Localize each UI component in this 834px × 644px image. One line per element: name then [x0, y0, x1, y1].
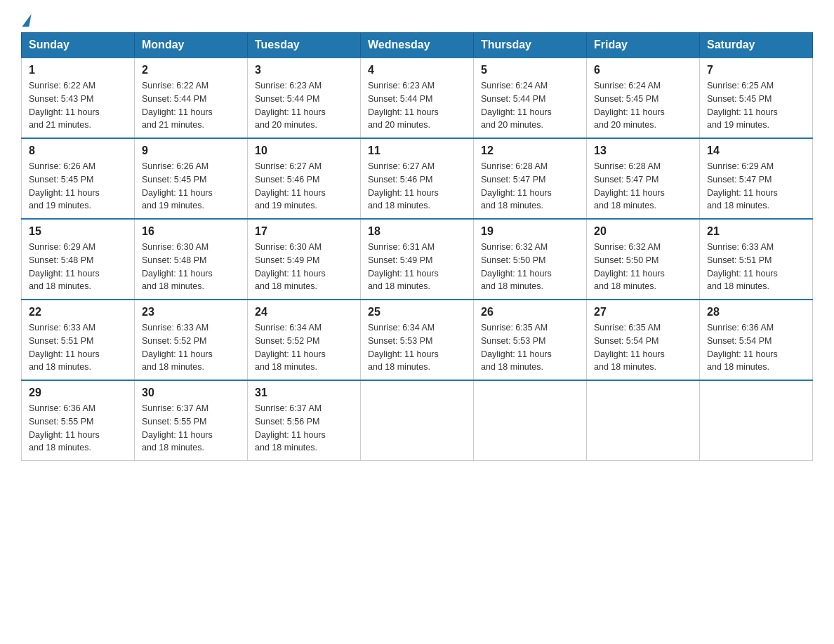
calendar-cell: [700, 380, 813, 461]
calendar-cell: 21 Sunrise: 6:33 AMSunset: 5:51 PMDaylig…: [700, 219, 813, 300]
day-info: Sunrise: 6:22 AMSunset: 5:43 PMDaylight:…: [29, 81, 100, 130]
day-info: Sunrise: 6:31 AMSunset: 5:49 PMDaylight:…: [368, 242, 439, 291]
calendar-cell: 28 Sunrise: 6:36 AMSunset: 5:54 PMDaylig…: [700, 300, 813, 380]
calendar-cell: [361, 380, 474, 461]
day-number: 31: [255, 387, 353, 399]
calendar-cell: 8 Sunrise: 6:26 AMSunset: 5:45 PMDayligh…: [22, 138, 135, 219]
calendar-table: SundayMondayTuesdayWednesdayThursdayFrid…: [21, 32, 813, 461]
calendar-cell: 7 Sunrise: 6:25 AMSunset: 5:45 PMDayligh…: [700, 58, 813, 138]
day-info: Sunrise: 6:36 AMSunset: 5:55 PMDaylight:…: [29, 403, 100, 452]
col-header-thursday: Thursday: [474, 33, 587, 58]
day-info: Sunrise: 6:36 AMSunset: 5:54 PMDaylight:…: [707, 323, 778, 372]
calendar-cell: 13 Sunrise: 6:28 AMSunset: 5:47 PMDaylig…: [587, 138, 700, 219]
day-info: Sunrise: 6:33 AMSunset: 5:51 PMDaylight:…: [707, 242, 778, 291]
calendar-cell: 29 Sunrise: 6:36 AMSunset: 5:55 PMDaylig…: [22, 380, 135, 461]
calendar-cell: 2 Sunrise: 6:22 AMSunset: 5:44 PMDayligh…: [135, 58, 248, 138]
logo: [21, 14, 30, 25]
col-header-tuesday: Tuesday: [248, 33, 361, 58]
day-number: 29: [29, 387, 127, 399]
day-info: Sunrise: 6:24 AMSunset: 5:44 PMDaylight:…: [481, 81, 552, 130]
calendar-cell: 24 Sunrise: 6:34 AMSunset: 5:52 PMDaylig…: [248, 300, 361, 380]
day-info: Sunrise: 6:34 AMSunset: 5:53 PMDaylight:…: [368, 323, 439, 372]
day-number: 18: [368, 225, 466, 238]
calendar-header-row: SundayMondayTuesdayWednesdayThursdayFrid…: [22, 33, 813, 58]
calendar-cell: 23 Sunrise: 6:33 AMSunset: 5:52 PMDaylig…: [135, 300, 248, 380]
day-info: Sunrise: 6:32 AMSunset: 5:50 PMDaylight:…: [481, 242, 552, 291]
calendar-week-row: 15 Sunrise: 6:29 AMSunset: 5:48 PMDaylig…: [22, 219, 813, 300]
calendar-cell: 9 Sunrise: 6:26 AMSunset: 5:45 PMDayligh…: [135, 138, 248, 219]
calendar-cell: 20 Sunrise: 6:32 AMSunset: 5:50 PMDaylig…: [587, 219, 700, 300]
day-number: 26: [481, 306, 579, 318]
calendar-cell: 18 Sunrise: 6:31 AMSunset: 5:49 PMDaylig…: [361, 219, 474, 300]
calendar-week-row: 8 Sunrise: 6:26 AMSunset: 5:45 PMDayligh…: [22, 138, 813, 219]
col-header-monday: Monday: [135, 33, 248, 58]
calendar-cell: 3 Sunrise: 6:23 AMSunset: 5:44 PMDayligh…: [248, 58, 361, 138]
day-info: Sunrise: 6:33 AMSunset: 5:52 PMDaylight:…: [142, 323, 213, 372]
day-info: Sunrise: 6:37 AMSunset: 5:55 PMDaylight:…: [142, 403, 213, 452]
day-number: 30: [142, 387, 240, 399]
day-number: 21: [707, 225, 805, 238]
day-number: 5: [481, 64, 579, 76]
calendar-cell: 12 Sunrise: 6:28 AMSunset: 5:47 PMDaylig…: [474, 138, 587, 219]
day-info: Sunrise: 6:23 AMSunset: 5:44 PMDaylight:…: [368, 81, 439, 130]
calendar-cell: 1 Sunrise: 6:22 AMSunset: 5:43 PMDayligh…: [22, 58, 135, 138]
day-info: Sunrise: 6:28 AMSunset: 5:47 PMDaylight:…: [481, 161, 552, 210]
calendar-cell: 30 Sunrise: 6:37 AMSunset: 5:55 PMDaylig…: [135, 380, 248, 461]
day-info: Sunrise: 6:35 AMSunset: 5:54 PMDaylight:…: [594, 323, 665, 372]
day-number: 27: [594, 306, 692, 318]
calendar-cell: 4 Sunrise: 6:23 AMSunset: 5:44 PMDayligh…: [361, 58, 474, 138]
day-number: 17: [255, 225, 353, 238]
day-info: Sunrise: 6:25 AMSunset: 5:45 PMDaylight:…: [707, 81, 778, 130]
calendar-cell: [474, 380, 587, 461]
day-number: 6: [594, 64, 692, 76]
day-number: 13: [594, 145, 692, 157]
calendar-cell: 14 Sunrise: 6:29 AMSunset: 5:47 PMDaylig…: [700, 138, 813, 219]
day-number: 1: [29, 64, 127, 76]
col-header-wednesday: Wednesday: [361, 33, 474, 58]
day-number: 12: [481, 145, 579, 157]
day-info: Sunrise: 6:32 AMSunset: 5:50 PMDaylight:…: [594, 242, 665, 291]
calendar-cell: 27 Sunrise: 6:35 AMSunset: 5:54 PMDaylig…: [587, 300, 700, 380]
day-info: Sunrise: 6:35 AMSunset: 5:53 PMDaylight:…: [481, 323, 552, 372]
day-number: 4: [368, 64, 466, 76]
calendar-cell: 25 Sunrise: 6:34 AMSunset: 5:53 PMDaylig…: [361, 300, 474, 380]
calendar-cell: 19 Sunrise: 6:32 AMSunset: 5:50 PMDaylig…: [474, 219, 587, 300]
day-info: Sunrise: 6:30 AMSunset: 5:49 PMDaylight:…: [255, 242, 326, 291]
day-number: 19: [481, 225, 579, 238]
day-info: Sunrise: 6:22 AMSunset: 5:44 PMDaylight:…: [142, 81, 213, 130]
day-info: Sunrise: 6:34 AMSunset: 5:52 PMDaylight:…: [255, 323, 326, 372]
calendar-cell: [587, 380, 700, 461]
day-number: 16: [142, 225, 240, 238]
calendar-cell: 31 Sunrise: 6:37 AMSunset: 5:56 PMDaylig…: [248, 380, 361, 461]
day-number: 15: [29, 225, 127, 238]
page-header: [21, 14, 813, 25]
day-info: Sunrise: 6:29 AMSunset: 5:48 PMDaylight:…: [29, 242, 100, 291]
logo-triangle-icon: [22, 14, 31, 27]
calendar-cell: 5 Sunrise: 6:24 AMSunset: 5:44 PMDayligh…: [474, 58, 587, 138]
day-number: 3: [255, 64, 353, 76]
day-number: 22: [29, 306, 127, 318]
calendar-cell: 10 Sunrise: 6:27 AMSunset: 5:46 PMDaylig…: [248, 138, 361, 219]
col-header-sunday: Sunday: [22, 33, 135, 58]
day-number: 2: [142, 64, 240, 76]
day-info: Sunrise: 6:26 AMSunset: 5:45 PMDaylight:…: [29, 161, 100, 210]
day-info: Sunrise: 6:24 AMSunset: 5:45 PMDaylight:…: [594, 81, 665, 130]
day-info: Sunrise: 6:27 AMSunset: 5:46 PMDaylight:…: [255, 161, 326, 210]
day-info: Sunrise: 6:30 AMSunset: 5:48 PMDaylight:…: [142, 242, 213, 291]
day-number: 23: [142, 306, 240, 318]
col-header-friday: Friday: [587, 33, 700, 58]
day-info: Sunrise: 6:28 AMSunset: 5:47 PMDaylight:…: [594, 161, 665, 210]
day-info: Sunrise: 6:26 AMSunset: 5:45 PMDaylight:…: [142, 161, 213, 210]
day-number: 8: [29, 145, 127, 157]
day-number: 24: [255, 306, 353, 318]
calendar-cell: 16 Sunrise: 6:30 AMSunset: 5:48 PMDaylig…: [135, 219, 248, 300]
calendar-cell: 15 Sunrise: 6:29 AMSunset: 5:48 PMDaylig…: [22, 219, 135, 300]
day-info: Sunrise: 6:23 AMSunset: 5:44 PMDaylight:…: [255, 81, 326, 130]
day-info: Sunrise: 6:37 AMSunset: 5:56 PMDaylight:…: [255, 403, 326, 452]
day-number: 20: [594, 225, 692, 238]
calendar-cell: 26 Sunrise: 6:35 AMSunset: 5:53 PMDaylig…: [474, 300, 587, 380]
day-number: 25: [368, 306, 466, 318]
day-number: 11: [368, 145, 466, 157]
calendar-cell: 22 Sunrise: 6:33 AMSunset: 5:51 PMDaylig…: [22, 300, 135, 380]
day-number: 10: [255, 145, 353, 157]
